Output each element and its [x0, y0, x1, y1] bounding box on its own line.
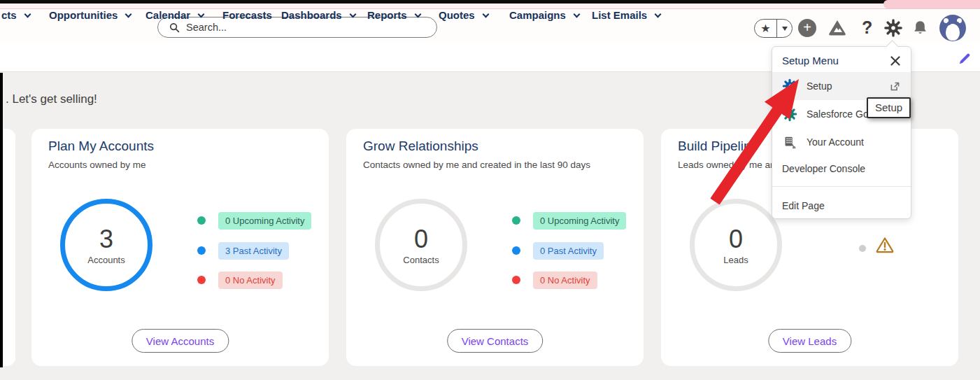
badge-label: 0 No Activity	[218, 272, 283, 289]
card-plan-my-accounts: Plan My Accounts Accounts owned by me 3 …	[31, 129, 329, 366]
tab-label: Reports	[367, 9, 407, 21]
left-edge-strip	[0, 73, 3, 367]
count-unit: Contacts	[403, 255, 439, 265]
chevron-down-icon[interactable]	[655, 11, 662, 18]
count-value: 3	[99, 225, 113, 254]
legend-dot-blue	[512, 246, 520, 255]
tab-label: Campaigns	[509, 9, 566, 21]
notifications-bell-icon[interactable]	[911, 19, 929, 39]
chevron-down-icon[interactable]	[198, 11, 205, 18]
legend-dot-green	[197, 216, 206, 225]
tab-contacts-cut[interactable]: cts	[1, 0, 30, 30]
legend-dot-red	[197, 276, 206, 284]
avatar-face	[946, 24, 960, 41]
annotation-arrow	[700, 70, 811, 210]
user-avatar[interactable]	[939, 15, 966, 41]
legend-dot-blue	[197, 246, 206, 255]
badge-label: 3 Past Activity	[218, 242, 289, 260]
card-title: Plan My Accounts	[48, 139, 154, 154]
setup-menu-title: Setup Menu	[782, 55, 839, 66]
chevron-down-icon[interactable]	[125, 11, 132, 18]
leads-count-ring: 0 Leads	[690, 199, 782, 291]
setup-tooltip: Setup	[867, 97, 911, 118]
tab-campaigns[interactable]: Campaigns	[509, 0, 579, 30]
trailhead-icon[interactable]	[828, 18, 847, 41]
card-subtitle: Contacts owned by me and created in the …	[363, 160, 590, 170]
tab-list-emails[interactable]: List Emails	[592, 0, 660, 30]
legend-dot-green	[512, 216, 520, 225]
badge-upcoming-activity: 0 Upcoming Activity	[512, 211, 626, 230]
tab-label: Calendar	[145, 9, 190, 21]
count-value: 0	[729, 225, 743, 254]
add-icon[interactable]: +	[798, 19, 816, 37]
chevron-down-icon[interactable]	[573, 11, 580, 18]
badge-no-activity: 0 No Activity	[197, 271, 283, 289]
carousel-partial-card	[3, 129, 15, 366]
badge-upcoming-activity: 0 Upcoming Activity	[197, 211, 311, 230]
chevron-down-icon[interactable]	[24, 11, 31, 18]
menu-item-label: Salesforce Go	[807, 108, 869, 120]
tab-label: Opportunities	[49, 9, 118, 21]
close-icon[interactable]	[890, 55, 901, 66]
count-unit: Leads	[723, 255, 748, 265]
warning-icon	[875, 235, 895, 258]
badge-past-activity: 0 Past Activity	[512, 241, 604, 260]
setup-gear-icon[interactable]	[883, 18, 903, 41]
card-subtitle: Accounts owned by me	[48, 160, 146, 170]
favorites-control[interactable]: ★	[754, 19, 793, 38]
edit-pencil-icon[interactable]	[957, 51, 972, 69]
contacts-count-ring: 0 Contacts	[375, 199, 467, 291]
badge-label: 0 No Activity	[533, 272, 597, 289]
tab-label: cts	[1, 9, 17, 21]
favorites-dropdown-icon[interactable]	[776, 20, 792, 37]
badge-label: 0 Past Activity	[533, 242, 604, 260]
tab-calendar[interactable]: Calendar	[145, 0, 204, 30]
chevron-down-icon[interactable]	[414, 11, 421, 18]
tab-label: Dashboards	[281, 9, 342, 21]
tab-label: Quotes	[439, 9, 475, 21]
tab-label: Forecasts	[222, 9, 272, 21]
view-leads-button[interactable]: View Leads	[768, 329, 851, 353]
tab-reports[interactable]: Reports	[367, 0, 420, 30]
count-value: 0	[414, 225, 428, 254]
avatar-eye	[956, 22, 959, 25]
badge-past-activity: 3 Past Activity	[197, 241, 289, 260]
tab-dashboards[interactable]: Dashboards	[281, 0, 355, 30]
badge-label: 0 Upcoming Activity	[533, 212, 626, 230]
legend-dot-gray	[859, 245, 866, 252]
tab-opportunities[interactable]: Opportunities	[49, 0, 131, 30]
avatar-eye	[947, 22, 951, 25]
favorites-star-icon[interactable]: ★	[755, 20, 776, 37]
greeting-text: . Let's get selling!	[6, 92, 97, 106]
tab-forecasts[interactable]: Forecasts	[222, 0, 272, 30]
count-unit: Accounts	[87, 255, 125, 265]
chevron-down-icon[interactable]	[482, 11, 489, 18]
legend-dot-red	[512, 276, 520, 284]
badge-no-activity: 0 No Activity	[512, 271, 597, 289]
menu-item-label: Your Account	[807, 136, 864, 148]
card-grow-relationships: Grow Relationships Contacts owned by me …	[346, 129, 644, 366]
help-icon[interactable]: ?	[862, 17, 872, 38]
card-title: Grow Relationships	[363, 139, 478, 154]
browser-active-tab[interactable]	[883, 0, 980, 8]
accounts-count-ring: 3 Accounts	[60, 199, 152, 291]
view-accounts-button[interactable]: View Accounts	[132, 329, 229, 353]
view-contacts-button[interactable]: View Contacts	[447, 329, 544, 353]
badge-label: 0 Upcoming Activity	[218, 212, 311, 230]
tab-quotes[interactable]: Quotes	[439, 0, 488, 30]
tab-label: List Emails	[592, 9, 647, 21]
external-link-icon	[889, 80, 901, 92]
chevron-down-icon[interactable]	[349, 11, 356, 18]
